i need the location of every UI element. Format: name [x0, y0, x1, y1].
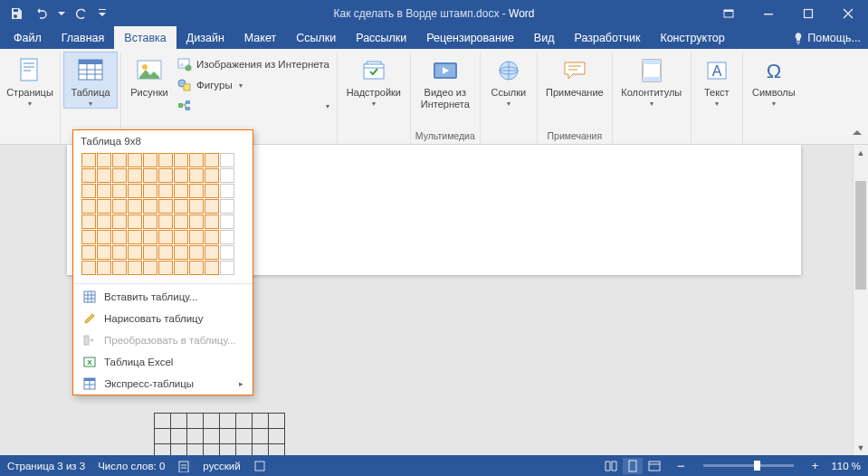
tab-insert[interactable]: Вставка: [114, 26, 176, 49]
redo-button[interactable]: [71, 3, 92, 24]
grid-cell[interactable]: [128, 230, 142, 244]
save-button[interactable]: [5, 3, 27, 24]
grid-cell[interactable]: [205, 261, 219, 275]
scroll-thumb[interactable]: [855, 181, 866, 290]
grid-cell[interactable]: [143, 199, 157, 214]
tab-constructor[interactable]: Конструктор: [650, 26, 734, 49]
tab-design[interactable]: Дизайн: [176, 26, 234, 49]
grid-cell[interactable]: [81, 199, 96, 214]
grid-cell[interactable]: [143, 184, 157, 198]
grid-cell[interactable]: [97, 153, 111, 167]
grid-cell[interactable]: [97, 245, 111, 260]
grid-cell[interactable]: [97, 230, 111, 244]
grid-cell[interactable]: [220, 168, 234, 183]
grid-cell[interactable]: [97, 184, 111, 198]
tell-me[interactable]: Помощь...: [793, 32, 861, 44]
maximize-button[interactable]: [788, 0, 828, 26]
grid-cell[interactable]: [143, 168, 157, 183]
grid-cell[interactable]: [189, 261, 204, 275]
insert-table-menu[interactable]: Вставить таблицу...: [73, 286, 253, 308]
zoom-level[interactable]: 110 %: [831, 461, 861, 471]
excel-table-menu[interactable]: X Таблица Excel: [73, 351, 253, 373]
grid-cell[interactable]: [81, 245, 96, 260]
page-indicator[interactable]: Страница 3 из 3: [7, 461, 85, 471]
read-mode-button[interactable]: [601, 458, 621, 474]
grid-cell[interactable]: [112, 153, 127, 167]
online-video-button[interactable]: Видео из Интернета: [415, 52, 476, 109]
grid-cell[interactable]: [112, 199, 127, 214]
grid-cell[interactable]: [220, 184, 234, 198]
grid-cell[interactable]: [220, 153, 234, 167]
tab-references[interactable]: Ссылки: [286, 26, 346, 49]
grid-cell[interactable]: [158, 168, 173, 183]
track-changes-indicator[interactable]: [253, 460, 266, 472]
grid-cell[interactable]: [112, 214, 127, 229]
text-button[interactable]: A Текст ▾: [695, 52, 739, 108]
grid-cell[interactable]: [220, 214, 234, 229]
smartart-button[interactable]: ▾: [174, 96, 333, 116]
tab-review[interactable]: Рецензирование: [416, 26, 524, 49]
minimize-button[interactable]: [749, 0, 788, 26]
grid-cell[interactable]: [205, 230, 219, 244]
online-pictures-button[interactable]: Изображения из Интернета: [174, 54, 333, 74]
grid-cell[interactable]: [189, 214, 204, 229]
scroll-up-button[interactable]: ▲: [854, 145, 868, 160]
scroll-down-button[interactable]: ▼: [854, 440, 868, 455]
vertical-scrollbar[interactable]: ▲ ▼: [853, 145, 868, 455]
grid-cell[interactable]: [128, 184, 142, 198]
grid-cell[interactable]: [128, 168, 142, 183]
grid-cell[interactable]: [205, 184, 219, 198]
pages-button[interactable]: Страницы ▾: [4, 52, 56, 108]
grid-cell[interactable]: [112, 184, 127, 198]
draw-table-menu[interactable]: Нарисовать таблицу: [73, 308, 253, 329]
grid-cell[interactable]: [220, 230, 234, 244]
grid-cell[interactable]: [174, 184, 188, 198]
zoom-in-button[interactable]: +: [812, 459, 819, 472]
table-grid-picker[interactable]: [73, 150, 253, 281]
tab-file[interactable]: Файл: [4, 26, 52, 49]
grid-cell[interactable]: [128, 153, 142, 167]
grid-cell[interactable]: [189, 245, 204, 260]
grid-cell[interactable]: [158, 153, 173, 167]
zoom-slider[interactable]: [703, 464, 794, 467]
grid-cell[interactable]: [189, 184, 204, 198]
comment-button[interactable]: Примечание: [541, 52, 608, 99]
grid-cell[interactable]: [158, 261, 173, 275]
undo-button[interactable]: [31, 3, 52, 24]
shapes-button[interactable]: Фигуры ▾: [174, 75, 333, 95]
header-footer-button[interactable]: Колонтитулы ▾: [616, 52, 687, 108]
web-layout-button[interactable]: [644, 458, 664, 474]
grid-cell[interactable]: [189, 230, 204, 244]
grid-cell[interactable]: [112, 230, 127, 244]
print-layout-button[interactable]: [623, 458, 643, 474]
tab-mailings[interactable]: Рассылки: [346, 26, 416, 49]
grid-cell[interactable]: [174, 230, 188, 244]
grid-cell[interactable]: [97, 214, 111, 229]
zoom-out-button[interactable]: −: [677, 458, 685, 473]
grid-cell[interactable]: [158, 199, 173, 214]
grid-cell[interactable]: [81, 214, 96, 229]
tab-layout[interactable]: Макет: [234, 26, 286, 49]
pictures-button[interactable]: Рисунки: [125, 52, 174, 99]
grid-cell[interactable]: [174, 153, 188, 167]
qat-customize-button[interactable]: [96, 3, 109, 24]
grid-cell[interactable]: [143, 230, 157, 244]
grid-cell[interactable]: [81, 153, 96, 167]
grid-cell[interactable]: [189, 199, 204, 214]
grid-cell[interactable]: [174, 261, 188, 275]
grid-cell[interactable]: [205, 153, 219, 167]
grid-cell[interactable]: [97, 168, 111, 183]
grid-cell[interactable]: [189, 168, 204, 183]
grid-cell[interactable]: [112, 168, 127, 183]
grid-cell[interactable]: [158, 230, 173, 244]
grid-cell[interactable]: [205, 245, 219, 260]
spellcheck-button[interactable]: [177, 460, 190, 472]
grid-cell[interactable]: [143, 261, 157, 275]
addins-button[interactable]: Надстройки ▾: [341, 52, 406, 108]
grid-cell[interactable]: [174, 214, 188, 229]
grid-cell[interactable]: [81, 261, 96, 275]
grid-cell[interactable]: [81, 184, 96, 198]
grid-cell[interactable]: [205, 168, 219, 183]
grid-cell[interactable]: [174, 168, 188, 183]
undo-more-button[interactable]: [56, 3, 67, 24]
